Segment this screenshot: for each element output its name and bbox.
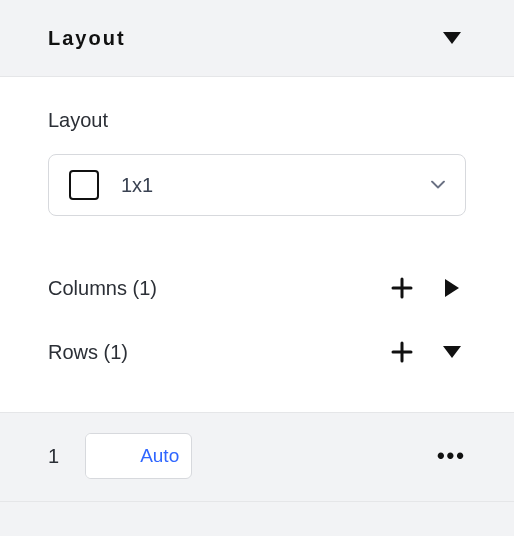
row-size-mode: Auto [134,445,191,467]
columns-label: Columns (1) [48,277,157,300]
row-item-left: 1 Auto [48,433,192,479]
more-icon[interactable]: ••• [437,443,466,469]
layout-dropdown[interactable]: 1x1 [48,154,466,216]
caret-down-icon [438,24,466,52]
collapse-rows-button[interactable] [438,338,466,366]
expand-columns-button[interactable] [438,274,466,302]
panel-body: Layout 1x1 Columns (1) Rows (1) [0,77,514,413]
add-row-button[interactable] [388,338,416,366]
layout-dropdown-value: 1x1 [121,174,153,197]
rows-label: Rows (1) [48,341,128,364]
row-size-chip[interactable]: Auto [85,433,192,479]
row-item: 1 Auto ••• [0,413,514,502]
svg-marker-2 [443,346,461,358]
layout-swatch-icon [69,170,99,200]
layout-section-label: Layout [48,109,466,132]
columns-row: Columns (1) [48,256,466,320]
rows-row: Rows (1) [48,320,466,384]
row-index: 1 [48,445,59,468]
panel-title: Layout [48,27,126,50]
row-size-value [86,434,134,478]
panel-header[interactable]: Layout [0,0,514,77]
svg-marker-0 [443,32,461,44]
add-column-button[interactable] [388,274,416,302]
svg-marker-1 [445,279,459,297]
chevron-down-icon [431,181,445,190]
